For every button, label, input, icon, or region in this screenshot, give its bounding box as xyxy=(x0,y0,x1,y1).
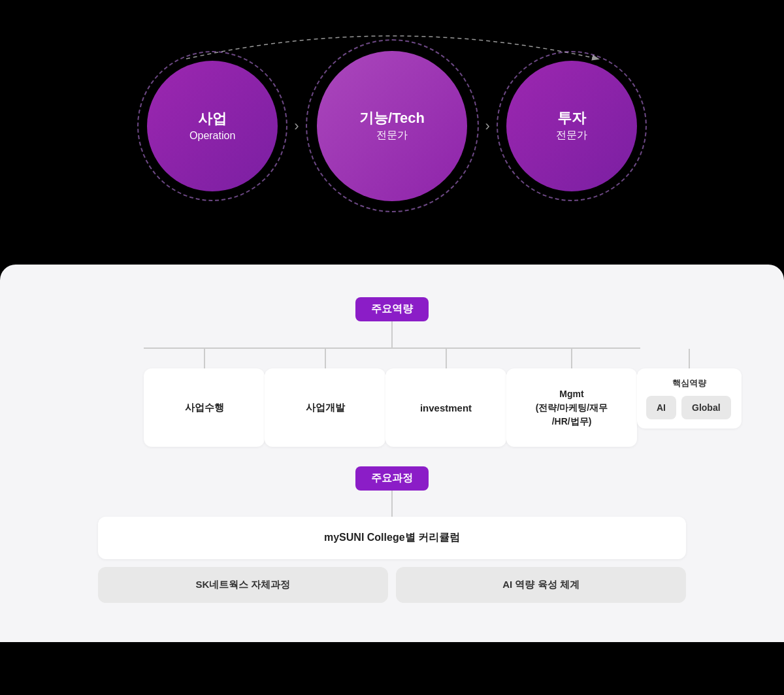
section2-header: 주요과정 xyxy=(355,466,429,491)
badge-main-capability: 주요역량 xyxy=(355,297,429,321)
dropline-3 xyxy=(446,349,447,368)
core-tag-ai: AI xyxy=(646,396,676,419)
section1-header: 주요역량 xyxy=(355,297,429,321)
vline-2 xyxy=(391,491,393,517)
drops-row: 사업수행 사업개발 investment Mgmt xyxy=(144,349,640,447)
dropline-1 xyxy=(204,349,205,368)
circle-operation: 사업 Operation xyxy=(147,61,278,191)
course-main: mySUNI College별 커리큘럼 xyxy=(98,517,686,559)
card-saup-gaebal: 사업개발 xyxy=(265,368,385,447)
bottom-section: 주요역량 사업수행 사업개발 xyxy=(0,265,784,642)
card-investment: investment xyxy=(385,368,506,447)
circles-container: 사업 Operation › 기능/Tech 전문가 › 투자 xyxy=(137,39,647,212)
course-sub-1: SK네트웍스 자체과정 xyxy=(98,567,388,603)
drop-item-4: Mgmt (전략/마케팅/재무 /HR/법무) xyxy=(506,349,637,447)
dropline-2 xyxy=(325,349,326,368)
core-tag-global: Global xyxy=(681,396,731,419)
dropline-5 xyxy=(689,349,690,368)
core-tags: AI Global xyxy=(646,396,732,419)
drop-item-3: investment xyxy=(385,349,506,447)
circle-wrapper-3: 투자 전문가 xyxy=(497,51,647,201)
circle-2-main: 기능/Tech xyxy=(359,109,425,128)
circle-wrapper-2: 기능/Tech 전문가 xyxy=(306,39,479,212)
courses-wrapper: mySUNI College별 커리큘럼 SK네트웍스 자체과정 AI 역량 육… xyxy=(98,517,686,603)
section-main-course: 주요과정 mySUNI College별 커리큘럼 SK네트웍스 자체과정 AI… xyxy=(39,466,745,603)
circle-investment: 투자 전문가 xyxy=(506,61,637,191)
arrow-2: › xyxy=(485,118,490,135)
card-saup-suhaeng: 사업수행 xyxy=(144,368,265,447)
circle-3-sub: 전문가 xyxy=(556,129,587,142)
arrow-1: › xyxy=(294,118,299,135)
badge-main-course: 주요과정 xyxy=(355,466,429,491)
drop-item-5: 핵심역량 AI Global xyxy=(637,349,742,428)
top-section: 사업 Operation › 기능/Tech 전문가 › 투자 xyxy=(0,0,784,265)
core-capability-group: 핵심역량 AI Global xyxy=(637,368,742,428)
circle-tech: 기능/Tech 전문가 xyxy=(317,51,467,201)
drop-item-1: 사업수행 xyxy=(144,349,265,447)
core-label: 핵심역량 xyxy=(646,378,732,389)
course-sub-2: AI 역량 육성 체계 xyxy=(396,567,686,603)
circle-1-sub: Operation xyxy=(189,130,235,142)
circle-2-sub: 전문가 xyxy=(376,129,408,142)
course-row: SK네트웍스 자체과정 AI 역량 육성 체계 xyxy=(98,567,686,603)
circle-1-main: 사업 xyxy=(198,110,227,129)
circle-wrapper-1: 사업 Operation xyxy=(137,51,287,201)
circle-3-main: 투자 xyxy=(557,109,586,128)
drop-item-2: 사업개발 xyxy=(265,349,385,447)
section-main-capability: 주요역량 사업수행 사업개발 xyxy=(39,297,745,447)
card-mgmt: Mgmt (전략/마케팅/재무 /HR/법무) xyxy=(506,368,637,447)
dropline-4 xyxy=(571,349,572,368)
vline-1 xyxy=(391,321,393,348)
